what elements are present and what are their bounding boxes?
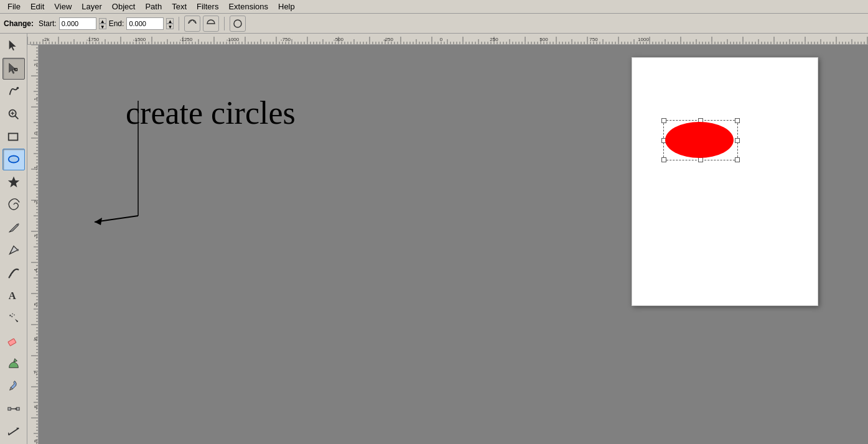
start-down-btn[interactable]: ▼ <box>99 24 106 29</box>
svg-line-6 <box>15 116 18 119</box>
annotation-arrow <box>88 95 275 238</box>
svg-marker-28 <box>95 218 102 225</box>
spray-tool-btn[interactable] <box>2 307 25 328</box>
handle-bl[interactable] <box>661 157 666 162</box>
text-tool-btn[interactable]: A <box>2 285 25 306</box>
change-label: Change: <box>4 19 34 28</box>
svg-text:A: A <box>8 290 16 302</box>
menu-edit[interactable]: Edit <box>26 1 49 12</box>
arc-closed-btn[interactable] <box>203 16 219 32</box>
arc-open-icon <box>187 18 198 29</box>
vertical-ruler-canvas <box>27 45 39 444</box>
zoom-tool-btn[interactable] <box>2 103 25 124</box>
document-page <box>632 57 818 306</box>
ellipse-container[interactable] <box>663 120 738 160</box>
start-group: Start: ▲ ▼ <box>39 17 106 30</box>
horizontal-ruler-canvas <box>27 34 868 44</box>
svg-line-27 <box>95 216 138 222</box>
end-up-btn[interactable]: ▲ <box>166 18 174 24</box>
whole-circle-btn[interactable] <box>230 16 246 32</box>
text-icon: A <box>7 289 21 302</box>
ellipse-icon <box>7 152 21 166</box>
calligraphy-tool-btn[interactable] <box>2 262 25 283</box>
start-input[interactable] <box>59 17 96 30</box>
handle-tr[interactable] <box>735 118 740 123</box>
toolbox: A <box>0 34 27 444</box>
handle-tl[interactable] <box>661 118 666 123</box>
spiral-tool-btn[interactable] <box>2 194 25 215</box>
menu-object[interactable]: Object <box>107 1 141 12</box>
svg-line-24 <box>8 428 19 435</box>
connector-icon <box>7 402 21 415</box>
select-icon <box>7 39 21 53</box>
tweak-icon <box>7 85 21 98</box>
menu-bar: File Edit View Layer Object Path Text Fi… <box>0 0 868 14</box>
spray-icon <box>7 311 21 325</box>
svg-point-2 <box>234 20 241 27</box>
handle-bc[interactable] <box>698 157 703 162</box>
svg-point-4 <box>16 87 19 90</box>
end-down-btn[interactable]: ▼ <box>166 24 174 29</box>
svg-point-18 <box>14 315 15 316</box>
toolbar-sep-1 <box>179 17 179 30</box>
arc-closed-icon <box>205 18 217 29</box>
arc-open-btn[interactable] <box>184 16 200 32</box>
svg-point-13 <box>16 249 19 251</box>
measure-tool-btn[interactable] <box>2 420 25 442</box>
end-spinner[interactable]: ▲ ▼ <box>166 18 174 29</box>
pen-icon <box>7 243 21 257</box>
red-ellipse[interactable] <box>665 122 734 158</box>
main-area: A <box>0 34 868 444</box>
svg-rect-20 <box>7 407 11 410</box>
end-group: End: ▲ ▼ <box>109 17 174 30</box>
eraser-icon <box>7 334 21 348</box>
dropper-tool-btn[interactable] <box>2 376 25 397</box>
pencil-tool-btn[interactable] <box>2 217 25 238</box>
end-label: End: <box>109 19 124 28</box>
node-tool-btn[interactable] <box>2 58 25 79</box>
calligraphy-icon <box>7 266 21 280</box>
svg-rect-21 <box>16 407 19 410</box>
rect-tool-btn[interactable] <box>2 126 25 147</box>
menu-layer[interactable]: Layer <box>77 1 107 12</box>
menu-extensions[interactable]: Extensions <box>223 1 273 12</box>
menu-file[interactable]: File <box>2 1 26 12</box>
toolbar: Change: Start: ▲ ▼ End: ▲ ▼ <box>0 14 868 34</box>
whole-circle-icon <box>232 18 243 29</box>
svg-point-17 <box>11 317 12 318</box>
menu-filters[interactable]: Filters <box>192 1 223 12</box>
eraser-tool-btn[interactable] <box>2 330 25 351</box>
handle-br[interactable] <box>735 157 740 162</box>
menu-help[interactable]: Help <box>273 1 300 12</box>
menu-view[interactable]: View <box>49 1 77 12</box>
handle-mr[interactable] <box>735 138 740 143</box>
start-label: Start: <box>39 19 57 28</box>
ellipse-tool-btn[interactable] <box>2 149 25 170</box>
annotation-text: create circles <box>126 95 296 131</box>
rect-icon <box>7 130 21 144</box>
bucket-icon <box>7 356 21 370</box>
connector-tool-btn[interactable] <box>2 398 25 419</box>
tweak-tool-btn[interactable] <box>2 81 25 102</box>
dropper-icon <box>7 379 21 393</box>
zoom-icon <box>7 108 21 121</box>
start-spinner[interactable]: ▲ ▼ <box>99 18 106 29</box>
canvas-with-ruler: create circles <box>27 45 868 444</box>
svg-point-16 <box>12 313 13 315</box>
menu-text[interactable]: Text <box>167 1 192 12</box>
svg-rect-9 <box>8 133 17 140</box>
bucket-tool-btn[interactable] <box>2 353 25 374</box>
canvas-viewport[interactable]: create circles <box>39 45 868 444</box>
node-icon <box>7 62 21 76</box>
star-tool-btn[interactable] <box>2 172 25 193</box>
menu-path[interactable]: Path <box>140 1 167 12</box>
svg-point-10 <box>8 156 19 163</box>
pen-tool-btn[interactable] <box>2 239 25 261</box>
pencil-icon <box>7 221 21 234</box>
canvas-area[interactable]: create circles <box>27 34 868 444</box>
end-input[interactable] <box>126 17 164 30</box>
ruler-left <box>27 45 39 444</box>
svg-marker-11 <box>7 177 19 187</box>
start-up-btn[interactable]: ▲ <box>99 18 106 24</box>
select-tool-btn[interactable] <box>2 35 25 57</box>
